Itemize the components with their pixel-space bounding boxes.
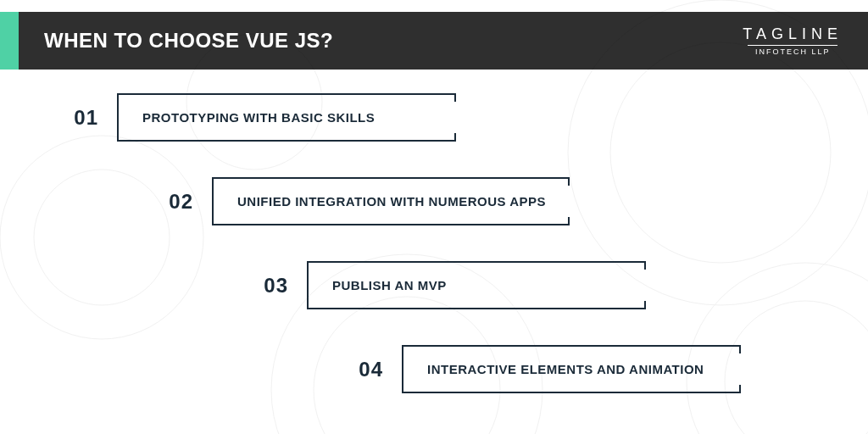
content-area: 01 PROTOTYPING WITH BASIC SKILLS 02 UNIF… <box>0 70 868 393</box>
item-number: 03 <box>251 274 288 298</box>
item-box: PUBLISH AN MVP <box>307 261 646 309</box>
item-number: 02 <box>156 190 193 214</box>
item-number: 01 <box>61 106 98 130</box>
header-bar: WHEN TO CHOOSE VUE JS? TAGLINE INFOTECH … <box>0 12 868 70</box>
header-main: WHEN TO CHOOSE VUE JS? TAGLINE INFOTECH … <box>19 12 868 70</box>
item-number: 04 <box>346 358 383 381</box>
list-item: 03 PUBLISH AN MVP <box>251 261 868 309</box>
item-box: UNIFIED INTEGRATION WITH NUMEROUS APPS <box>212 177 570 225</box>
list-item: 01 PROTOTYPING WITH BASIC SKILLS <box>61 93 868 142</box>
logo-name: TAGLINE <box>743 25 843 43</box>
list-item: 02 UNIFIED INTEGRATION WITH NUMEROUS APP… <box>156 177 868 225</box>
item-box: PROTOTYPING WITH BASIC SKILLS <box>117 93 456 142</box>
page-title: WHEN TO CHOOSE VUE JS? <box>44 29 333 53</box>
brand-logo: TAGLINE INFOTECH LLP <box>743 25 843 56</box>
list-item: 04 INTERACTIVE ELEMENTS AND ANIMATION <box>346 345 868 393</box>
item-box: INTERACTIVE ELEMENTS AND ANIMATION <box>402 345 741 393</box>
header-accent <box>0 12 19 70</box>
logo-subtitle: INFOTECH LLP <box>743 45 843 56</box>
